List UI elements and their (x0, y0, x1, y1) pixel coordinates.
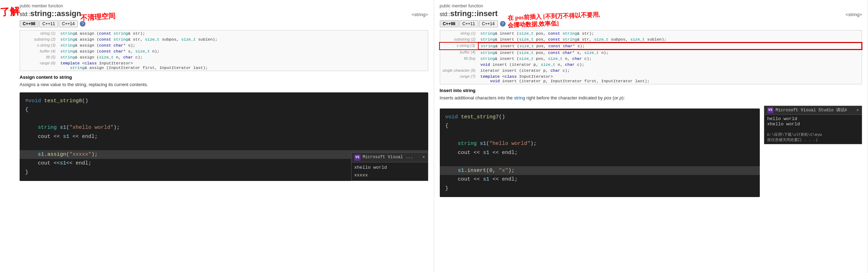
left-code-line-1: =void test_string8() (25, 97, 423, 106)
left-sig-label-3: c-string (3) (20, 42, 58, 48)
left-namespace: std:: (20, 11, 30, 17)
left-sig-code-2: string& assign (const string& str, size_… (58, 36, 428, 42)
right-desc-link[interactable]: string (514, 95, 525, 100)
left-sig-label-5: fill (5) (20, 54, 58, 60)
left-console-body: xhello world xxxxx (352, 162, 428, 181)
right-code-block: void test_string7() { string s1("hello w… (440, 108, 760, 197)
right-console-line-3: D:\应用\下载\z计算机\C\myw (767, 132, 859, 137)
right-sig-code-2: string& insert (size_t pos, const string… (478, 36, 862, 43)
left-sig-code-1: string& assign (const string& str); (58, 30, 428, 37)
left-sig-row-1: string (1) string& assign (const string&… (20, 30, 428, 37)
right-sig-code-1: string& insert (size_t pos, const string… (478, 30, 862, 37)
left-console-line-1: xhello world (354, 164, 425, 172)
right-code-line-5: s1.insert(0, "x"); (440, 166, 760, 175)
right-console-body: hello world xhello world D:\应用\下载\z计算机\C… (764, 115, 862, 144)
left-func-category: public member function (20, 4, 428, 8)
right-namespace: std:: (440, 11, 450, 17)
right-console-close[interactable]: ✕ (856, 107, 859, 113)
left-annotation-jiefan: 了解 (0, 5, 20, 20)
right-console-line-1: hello world (767, 116, 859, 121)
left-desc-text: Assigns a new value to the string, repla… (20, 81, 428, 88)
right-code-line-3: string s1("hello world"); (445, 139, 755, 148)
right-sig-code-6: iterator insert (iterator p, char c); (478, 68, 862, 74)
left-help-icon[interactable]: ? (80, 21, 85, 27)
right-sig-row-2: substring (2) string& insert (size_t pos… (440, 36, 862, 43)
right-sig-code-5b: void insert (iterator p, size_t n, char … (478, 62, 862, 68)
right-sig-row-4: buffer (4) string& insert (size_t pos, c… (440, 49, 862, 56)
right-code-line-6: cout << s1 << endl; (445, 175, 755, 184)
right-sig-code-3: string& insert (size_t pos, const char* … (478, 43, 862, 49)
right-vs-icon: VS (767, 107, 773, 113)
right-sig-row-5a: fill (5a) string& insert (size_t pos, si… (440, 56, 862, 62)
right-sig-label-4: buffer (4) (440, 49, 478, 56)
left-tab-cpp14[interactable]: C++14 (59, 20, 78, 27)
left-code-blank-1 (25, 114, 423, 124)
right-func-category: public member function (440, 4, 862, 8)
left-sig-row-3: c-string (3) string& assign (const char*… (20, 42, 428, 48)
right-sig-code-4: string& insert (size_t pos, const char* … (478, 49, 862, 56)
right-return-type: <string> (846, 12, 862, 17)
left-sig-label-1: string (1) (20, 30, 58, 37)
left-return-type: <string> (412, 12, 428, 17)
right-code-blank-1 (445, 131, 755, 140)
left-console-header: VS Microsoft Visual ... ✕ (352, 153, 428, 162)
left-sig-row-6: range (6) template <class InputIterator>… (20, 60, 428, 71)
right-desc-italic-p: p (619, 95, 622, 100)
left-code-line-4: cout << s1 << endl; (25, 132, 423, 141)
right-tab-cpp98[interactable]: C++98 (440, 20, 459, 27)
left-sig-code-4: string& assign (const char* s, size_t n)… (58, 48, 428, 54)
right-sig-row-6: single character (6) iterator insert (it… (440, 68, 862, 74)
left-tab-cpp98[interactable]: C++98 (20, 20, 39, 27)
left-sig-label-2: substring (2) (20, 36, 58, 42)
right-sig-row-3: c-string (3) string& insert (size_t pos,… (440, 43, 862, 49)
right-sig-table: string (1) string& insert (size_t pos, c… (440, 30, 862, 84)
right-help-icon[interactable]: ? (500, 21, 506, 27)
right-sig-row-7: range (7) template <class InputIterator>… (440, 74, 862, 84)
right-func-title: std::string::insert (440, 9, 498, 18)
left-console-close[interactable]: ✕ (422, 154, 425, 161)
left-sig-row-2: substring (2) string& assign (const stri… (20, 36, 428, 42)
left-console-title: Microsoft Visual ... (363, 154, 413, 161)
left-code-block: =void test_string8() { string s1("xhello… (20, 92, 428, 181)
left-sig-code-3: string& assign (const char* s); (58, 42, 428, 48)
right-tab-cpp11[interactable]: C++11 (459, 20, 478, 27)
left-console-popup: VS Microsoft Visual ... ✕ xhello world x… (351, 152, 428, 181)
right-desc-italic-pos: pos (604, 95, 611, 100)
left-sig-code-5: string& assign (size_t n, char c); (58, 54, 428, 60)
left-sig-table: string (1) string& assign (const string&… (20, 30, 428, 71)
right-code-blank-2 (445, 157, 755, 166)
left-func-name: string::assign (30, 9, 81, 18)
right-tab-cpp14[interactable]: C++14 (479, 20, 498, 27)
right-sig-label-5b (440, 62, 478, 68)
right-console-title: Microsoft Visual Studio 调试# (776, 107, 847, 113)
right-sig-label-3: c-string (3) (440, 43, 478, 49)
left-sig-code-6: template <class InputIterator> string& a… (58, 60, 428, 71)
right-sig-label-7: range (7) (440, 74, 478, 84)
left-console-line-2: xxxxx (354, 172, 425, 179)
left-desc-title: Assign content to string (20, 75, 428, 80)
left-vs-icon: VS (354, 154, 361, 161)
right-sig-label-6: single character (6) (440, 68, 478, 74)
right-tabs: C++98 C++11 C++14 ? (440, 20, 862, 27)
right-code-line-7: } (445, 184, 755, 193)
left-sig-label-4: buffer (4) (20, 48, 58, 54)
left-tabs: C++98 C++11 C++14 ? (20, 20, 428, 27)
right-sig-label-1: string (1) (440, 30, 478, 37)
left-code-line-2: { (25, 105, 423, 114)
right-console-popup: VS Microsoft Visual Studio 调试# ✕ hello w… (764, 106, 862, 144)
right-desc-title: Insert into string (440, 88, 862, 93)
left-tab-cpp11[interactable]: C++11 (39, 20, 58, 27)
right-console-blank (767, 127, 859, 132)
left-func-title: std::string::assign (20, 9, 81, 18)
right-code-line-4: cout << s1 << endl; (445, 148, 755, 158)
right-sig-row-5b: void insert (iterator p, size_t n, char … (440, 62, 862, 68)
left-code-blank-2 (25, 141, 423, 150)
right-console-line-4: 按任意键关闭此窗口 . . .| (767, 137, 859, 142)
right-sig-label-2: substring (2) (440, 36, 478, 43)
right-sig-row-1: string (1) string& insert (size_t pos, c… (440, 30, 862, 37)
left-code-line-3: string s1("xhello world"); (25, 123, 423, 132)
right-panel: 在 pos前插入 [不到万不得以不要用, 会挪动数据,效率低] public m… (434, 0, 868, 273)
right-code-line-1: void test_string7() (445, 113, 755, 122)
right-desc-text: Inserts additional characters into the s… (440, 94, 862, 102)
right-sig-code-5a: string& insert (size_t pos, size_t n, ch… (478, 56, 862, 62)
